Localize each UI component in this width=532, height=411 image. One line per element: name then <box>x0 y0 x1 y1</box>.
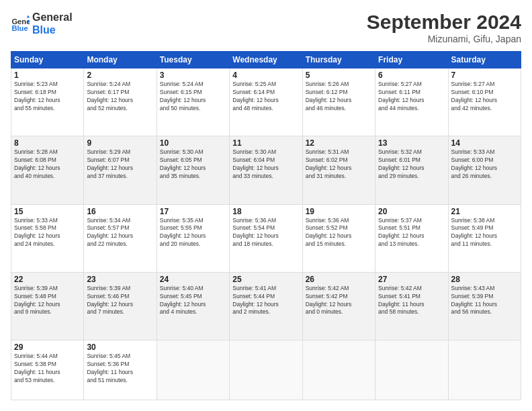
calendar-cell: 30Sunrise: 5:45 AM Sunset: 5:36 PM Dayli… <box>84 340 157 400</box>
calendar-cell: 24Sunrise: 5:40 AM Sunset: 5:45 PM Dayli… <box>157 272 229 340</box>
day-number: 12 <box>306 138 372 148</box>
month-title: September 2024 <box>367 11 521 34</box>
day-number: 26 <box>306 275 372 284</box>
calendar-cell: 10Sunrise: 5:30 AM Sunset: 6:05 PM Dayli… <box>157 136 229 204</box>
day-number: 15 <box>14 207 81 216</box>
svg-marker-2 <box>27 15 30 18</box>
weekday-header-friday: Friday <box>375 52 448 68</box>
day-number: 30 <box>87 342 153 352</box>
day-number: 7 <box>451 71 518 80</box>
calendar-cell: 18Sunrise: 5:36 AM Sunset: 5:54 PM Dayli… <box>230 204 302 272</box>
day-info: Sunrise: 5:24 AM Sunset: 6:17 PM Dayligh… <box>87 81 153 113</box>
day-number: 16 <box>87 207 153 216</box>
day-info: Sunrise: 5:39 AM Sunset: 5:46 PM Dayligh… <box>87 285 153 317</box>
calendar-cell: 2Sunrise: 5:24 AM Sunset: 6:17 PM Daylig… <box>84 68 157 136</box>
calendar-cell: 26Sunrise: 5:42 AM Sunset: 5:42 PM Dayli… <box>302 272 375 340</box>
day-number: 2 <box>87 71 153 80</box>
title-block: September 2024 Mizunami, Gifu, Japan <box>367 11 521 44</box>
day-info: Sunrise: 5:41 AM Sunset: 5:44 PM Dayligh… <box>232 285 299 317</box>
day-info: Sunrise: 5:33 AM Sunset: 6:00 PM Dayligh… <box>451 148 518 181</box>
calendar-cell: 28Sunrise: 5:43 AM Sunset: 5:39 PM Dayli… <box>448 272 521 340</box>
calendar-cell: 29Sunrise: 5:44 AM Sunset: 5:38 PM Dayli… <box>11 340 84 400</box>
day-info: Sunrise: 5:29 AM Sunset: 6:07 PM Dayligh… <box>87 148 153 181</box>
calendar-cell: 25Sunrise: 5:41 AM Sunset: 5:44 PM Dayli… <box>230 272 302 340</box>
day-info: Sunrise: 5:44 AM Sunset: 5:38 PM Dayligh… <box>14 353 81 385</box>
calendar-cell: 22Sunrise: 5:39 AM Sunset: 5:48 PM Dayli… <box>11 272 84 340</box>
header: General Blue General Blue September 2024… <box>11 11 521 44</box>
day-number: 20 <box>378 207 445 216</box>
weekday-header-monday: Monday <box>84 52 157 68</box>
day-info: Sunrise: 5:26 AM Sunset: 6:12 PM Dayligh… <box>306 81 372 113</box>
calendar-week-row: 1Sunrise: 5:23 AM Sunset: 6:18 PM Daylig… <box>11 68 521 136</box>
day-info: Sunrise: 5:43 AM Sunset: 5:39 PM Dayligh… <box>451 285 518 317</box>
calendar-cell: 1Sunrise: 5:23 AM Sunset: 6:18 PM Daylig… <box>11 68 84 136</box>
calendar-cell <box>375 340 448 400</box>
day-info: Sunrise: 5:39 AM Sunset: 5:48 PM Dayligh… <box>14 285 81 317</box>
calendar-week-row: 15Sunrise: 5:33 AM Sunset: 5:58 PM Dayli… <box>11 204 521 272</box>
day-info: Sunrise: 5:35 AM Sunset: 5:55 PM Dayligh… <box>160 217 226 249</box>
calendar-cell: 9Sunrise: 5:29 AM Sunset: 6:07 PM Daylig… <box>84 136 157 204</box>
day-number: 25 <box>232 275 299 284</box>
weekday-header-row: SundayMondayTuesdayWednesdayThursdayFrid… <box>11 52 521 68</box>
day-info: Sunrise: 5:25 AM Sunset: 6:14 PM Dayligh… <box>232 81 299 113</box>
logo-blue: Blue <box>32 24 73 36</box>
calendar-cell: 5Sunrise: 5:26 AM Sunset: 6:12 PM Daylig… <box>302 68 375 136</box>
day-info: Sunrise: 5:32 AM Sunset: 6:01 PM Dayligh… <box>378 148 445 181</box>
day-number: 28 <box>451 275 518 284</box>
calendar-cell: 21Sunrise: 5:38 AM Sunset: 5:49 PM Dayli… <box>448 204 521 272</box>
calendar-cell: 23Sunrise: 5:39 AM Sunset: 5:46 PM Dayli… <box>84 272 157 340</box>
day-number: 13 <box>378 138 445 148</box>
calendar-cell: 4Sunrise: 5:25 AM Sunset: 6:14 PM Daylig… <box>230 68 302 136</box>
day-info: Sunrise: 5:31 AM Sunset: 6:02 PM Dayligh… <box>306 148 372 181</box>
page: General Blue General Blue September 2024… <box>0 0 532 411</box>
weekday-header-tuesday: Tuesday <box>157 52 229 68</box>
logo-general: General <box>32 11 73 24</box>
day-number: 6 <box>378 71 445 80</box>
logo-icon: General Blue <box>11 14 30 33</box>
day-number: 8 <box>14 138 81 148</box>
day-info: Sunrise: 5:38 AM Sunset: 5:49 PM Dayligh… <box>451 217 518 249</box>
day-info: Sunrise: 5:34 AM Sunset: 5:57 PM Dayligh… <box>87 217 153 249</box>
day-info: Sunrise: 5:24 AM Sunset: 6:15 PM Dayligh… <box>160 81 226 113</box>
day-info: Sunrise: 5:42 AM Sunset: 5:42 PM Dayligh… <box>306 285 372 317</box>
calendar-cell <box>157 340 229 400</box>
calendar-cell: 16Sunrise: 5:34 AM Sunset: 5:57 PM Dayli… <box>84 204 157 272</box>
day-info: Sunrise: 5:42 AM Sunset: 5:41 PM Dayligh… <box>378 285 445 317</box>
calendar-cell: 17Sunrise: 5:35 AM Sunset: 5:55 PM Dayli… <box>157 204 229 272</box>
day-number: 5 <box>306 71 372 80</box>
calendar-cell: 3Sunrise: 5:24 AM Sunset: 6:15 PM Daylig… <box>157 68 229 136</box>
day-number: 11 <box>232 138 299 148</box>
weekday-header-wednesday: Wednesday <box>230 52 302 68</box>
calendar-cell: 13Sunrise: 5:32 AM Sunset: 6:01 PM Dayli… <box>375 136 448 204</box>
calendar-cell: 14Sunrise: 5:33 AM Sunset: 6:00 PM Dayli… <box>448 136 521 204</box>
day-info: Sunrise: 5:45 AM Sunset: 5:36 PM Dayligh… <box>87 353 153 385</box>
calendar-cell <box>230 340 302 400</box>
weekday-header-saturday: Saturday <box>448 52 521 68</box>
calendar-table: SundayMondayTuesdayWednesdayThursdayFrid… <box>11 51 521 400</box>
calendar-cell: 8Sunrise: 5:28 AM Sunset: 6:08 PM Daylig… <box>11 136 84 204</box>
calendar-week-row: 22Sunrise: 5:39 AM Sunset: 5:48 PM Dayli… <box>11 272 521 340</box>
svg-text:Blue: Blue <box>11 24 28 32</box>
day-number: 23 <box>87 275 153 284</box>
day-number: 19 <box>306 207 372 216</box>
day-number: 22 <box>14 275 81 284</box>
day-number: 21 <box>451 207 518 216</box>
day-number: 14 <box>451 138 518 148</box>
calendar-week-row: 8Sunrise: 5:28 AM Sunset: 6:08 PM Daylig… <box>11 136 521 204</box>
day-number: 29 <box>14 342 81 352</box>
day-number: 27 <box>378 275 445 284</box>
day-number: 17 <box>160 207 226 216</box>
day-info: Sunrise: 5:37 AM Sunset: 5:51 PM Dayligh… <box>378 217 445 249</box>
weekday-header-sunday: Sunday <box>11 52 84 68</box>
day-number: 1 <box>14 71 81 80</box>
calendar-cell: 12Sunrise: 5:31 AM Sunset: 6:02 PM Dayli… <box>302 136 375 204</box>
day-info: Sunrise: 5:27 AM Sunset: 6:10 PM Dayligh… <box>451 81 518 113</box>
day-number: 4 <box>232 71 299 80</box>
day-info: Sunrise: 5:40 AM Sunset: 5:45 PM Dayligh… <box>160 285 226 317</box>
day-info: Sunrise: 5:30 AM Sunset: 6:05 PM Dayligh… <box>160 148 226 181</box>
calendar-cell: 27Sunrise: 5:42 AM Sunset: 5:41 PM Dayli… <box>375 272 448 340</box>
day-number: 10 <box>160 138 226 148</box>
calendar-cell <box>448 340 521 400</box>
calendar-cell <box>302 340 375 400</box>
day-info: Sunrise: 5:23 AM Sunset: 6:18 PM Dayligh… <box>14 81 81 113</box>
